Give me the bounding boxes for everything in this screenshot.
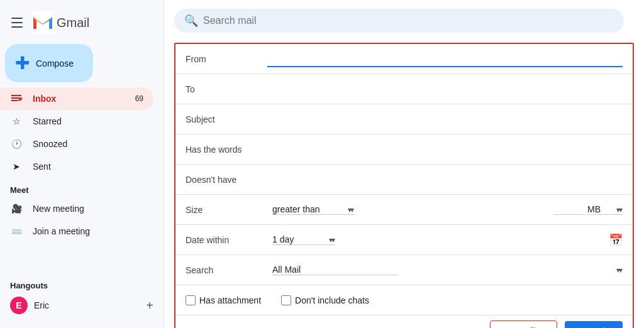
no-chats-label: Don't include chats: [295, 295, 369, 305]
size-label: Size: [186, 205, 267, 215]
search-scope-label: Search: [186, 265, 267, 275]
no-chats-checkbox[interactable]: [281, 295, 291, 305]
date-within-label: Date within: [186, 235, 267, 245]
main-content: 🔍 From To Subject Has the words Doesn't …: [164, 0, 644, 328]
date-within-select[interactable]: 1 day 3 days 1 week 2 weeks 1 month 2 mo…: [272, 234, 335, 245]
sidebar-item-snoozed[interactable]: 🕐 Snoozed: [0, 133, 153, 155]
compose-label: Compose: [36, 58, 74, 68]
from-label: From: [186, 54, 267, 64]
size-unit-dropdown-wrap: MB KB Bytes ▾: [587, 204, 623, 215]
sidebar-item-starred[interactable]: ☆ Starred: [0, 110, 153, 133]
sidebar-item-inbox[interactable]: Inbox 69: [0, 87, 153, 110]
size-unit-wrap: MB KB Bytes ▾: [553, 204, 623, 215]
search-scope-select[interactable]: All Mail Inbox Starred Sent Drafts Spam …: [272, 265, 398, 275]
starred-label: Starred: [33, 116, 62, 126]
filter-size-row: Size greater than less than ▾ MB KB Byte…: [175, 195, 633, 225]
to-label: To: [186, 84, 267, 94]
search-scope-dropdown-wrap: All Mail Inbox Starred Sent Drafts Spam …: [272, 265, 623, 275]
sidebar-item-sent[interactable]: ➤ Sent: [0, 155, 153, 178]
filter-doesnt-have-row: Doesn't have: [175, 165, 633, 195]
hangouts-section: Hangouts E Eric +: [0, 276, 164, 323]
inbox-icon: [10, 92, 23, 105]
date-within-dropdown-wrap: 1 day 3 days 1 week 2 weeks 1 month 2 mo…: [272, 234, 335, 245]
subject-input[interactable]: [267, 111, 623, 127]
hangouts-avatar: E: [10, 297, 28, 314]
filter-search-row: Search All Mail Inbox Starred Sent Draft…: [175, 255, 633, 285]
sidebar-item-join-meeting[interactable]: ⌨️ Join a meeting: [0, 220, 153, 243]
hangouts-user-name: Eric: [34, 300, 49, 310]
calendar-icon[interactable]: 📅: [609, 233, 623, 247]
to-input[interactable]: [267, 81, 623, 97]
inbox-label: Inbox: [33, 94, 56, 104]
search-bar-icon: 🔍: [184, 14, 198, 28]
search-mail-input[interactable]: [203, 15, 614, 26]
has-attachment-checkbox[interactable]: [186, 295, 196, 305]
keyboard-icon: ⌨️: [10, 225, 23, 238]
size-operator-select[interactable]: greater than less than: [272, 204, 354, 215]
size-number-input[interactable]: [553, 204, 585, 215]
hangouts-avatar-initial: E: [16, 300, 21, 310]
has-attachment-checkbox-label[interactable]: Has attachment: [186, 295, 261, 305]
doesnt-have-input[interactable]: [267, 172, 623, 187]
create-filter-button[interactable]: Create filter: [490, 320, 557, 328]
hamburger-icon[interactable]: [10, 15, 25, 30]
sidebar-item-new-meeting[interactable]: 🎥 New meeting: [0, 197, 153, 220]
filter-has-words-row: Has the words: [175, 134, 633, 165]
meet-section-label: Meet: [0, 178, 164, 197]
hangouts-user-item[interactable]: E Eric +: [10, 293, 153, 318]
filter-subject-row: Subject: [175, 104, 633, 134]
inbox-badge: 69: [135, 94, 143, 103]
filter-date-row: Date within 1 day 3 days 1 week 2 weeks …: [175, 225, 633, 255]
app-name-label: Gmail: [57, 16, 89, 30]
compose-button[interactable]: ✚ Compose: [5, 44, 93, 82]
snoozed-icon: 🕐: [10, 138, 23, 150]
sidebar: Gmail ✚ Compose Inbox 69 ☆ Starred 🕐 Sno…: [0, 0, 164, 328]
subject-label: Subject: [186, 114, 267, 124]
sidebar-header: Gmail: [0, 5, 164, 44]
gmail-m-icon: [31, 11, 54, 34]
search-button[interactable]: Search: [565, 321, 623, 328]
add-hangout-icon[interactable]: +: [146, 298, 153, 313]
doesnt-have-label: Doesn't have: [186, 175, 267, 185]
has-words-label: Has the words: [186, 145, 267, 155]
has-attachment-label: Has attachment: [199, 295, 261, 305]
search-scope-chevron-icon: ▾: [616, 266, 620, 275]
sent-label: Sent: [33, 161, 51, 172]
filter-from-row: From: [175, 44, 633, 74]
size-operator-wrap: greater than less than ▾: [272, 204, 354, 215]
new-meeting-label: New meeting: [33, 204, 84, 214]
star-icon: ☆: [10, 115, 23, 128]
size-unit-select[interactable]: MB KB Bytes: [587, 204, 623, 215]
snoozed-label: Snoozed: [33, 139, 67, 149]
hangouts-section-label: Hangouts: [10, 281, 153, 293]
filter-checkbox-row: Has attachment Don't include chats: [175, 285, 633, 315]
video-icon: 🎥: [10, 202, 23, 215]
filter-action-row: Create filter Search: [175, 315, 633, 328]
filter-form: From To Subject Has the words Doesn't ha…: [174, 43, 634, 328]
no-chats-checkbox-label[interactable]: Don't include chats: [281, 295, 369, 305]
search-bar-area: 🔍: [164, 0, 644, 38]
gmail-logo: Gmail: [31, 11, 89, 34]
from-input[interactable]: [267, 51, 623, 67]
filter-to-row: To: [175, 74, 633, 104]
compose-plus-icon: ✚: [15, 53, 30, 74]
has-words-input[interactable]: [267, 141, 623, 157]
sent-icon: ➤: [10, 160, 23, 173]
search-bar[interactable]: 🔍: [174, 9, 624, 33]
join-meeting-label: Join a meeting: [33, 226, 90, 236]
